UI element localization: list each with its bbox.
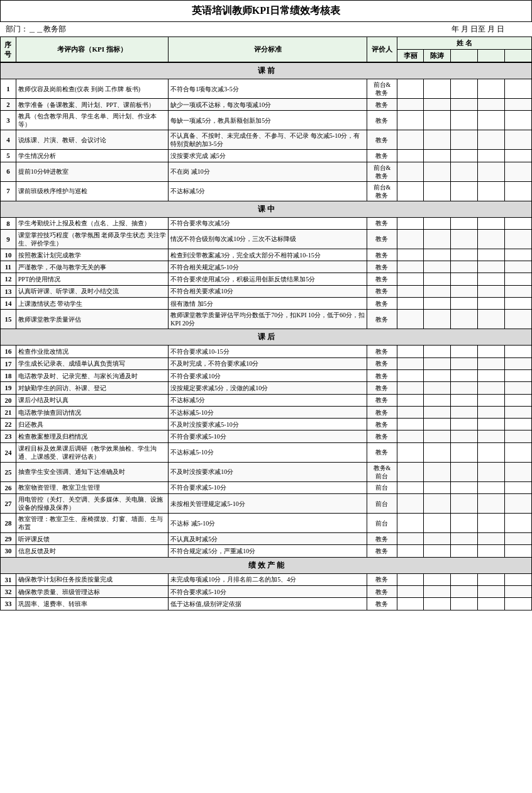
score-cell[interactable] bbox=[451, 249, 478, 261]
score-cell[interactable] bbox=[451, 285, 478, 297]
score-cell[interactable] bbox=[451, 273, 478, 285]
score-cell[interactable] bbox=[478, 181, 505, 201]
score-cell[interactable] bbox=[397, 514, 424, 533]
score-cell[interactable] bbox=[424, 369, 451, 381]
score-cell[interactable] bbox=[451, 494, 478, 514]
score-cell[interactable] bbox=[478, 514, 505, 533]
score-cell[interactable] bbox=[505, 298, 532, 310]
score-cell[interactable] bbox=[424, 494, 451, 514]
score-cell[interactable] bbox=[505, 79, 532, 99]
score-cell[interactable] bbox=[451, 298, 478, 310]
score-cell[interactable] bbox=[397, 310, 424, 329]
score-cell[interactable] bbox=[478, 585, 505, 597]
score-cell[interactable] bbox=[478, 369, 505, 381]
score-cell[interactable] bbox=[424, 298, 451, 310]
score-cell[interactable] bbox=[451, 481, 478, 493]
score-cell[interactable] bbox=[424, 111, 451, 130]
score-cell[interactable] bbox=[505, 285, 532, 297]
score-cell[interactable] bbox=[397, 346, 424, 357]
score-cell[interactable] bbox=[397, 598, 424, 610]
score-cell[interactable] bbox=[478, 357, 505, 369]
score-cell[interactable] bbox=[451, 150, 478, 162]
score-cell[interactable] bbox=[451, 533, 478, 545]
score-cell[interactable] bbox=[478, 406, 505, 418]
score-cell[interactable] bbox=[424, 285, 451, 297]
score-cell[interactable] bbox=[397, 481, 424, 493]
score-cell[interactable] bbox=[478, 419, 505, 430]
score-cell[interactable] bbox=[424, 419, 451, 430]
score-cell[interactable] bbox=[505, 261, 532, 273]
score-cell[interactable] bbox=[505, 442, 532, 462]
score-cell[interactable] bbox=[424, 273, 451, 285]
score-cell[interactable] bbox=[397, 99, 424, 111]
score-cell[interactable] bbox=[478, 130, 505, 150]
score-cell[interactable] bbox=[478, 79, 505, 99]
score-cell[interactable] bbox=[424, 545, 451, 557]
score-cell[interactable] bbox=[451, 430, 478, 442]
score-cell[interactable] bbox=[424, 229, 451, 249]
score-cell[interactable] bbox=[478, 394, 505, 406]
score-cell[interactable] bbox=[451, 111, 478, 130]
score-cell[interactable] bbox=[505, 462, 532, 481]
score-cell[interactable] bbox=[451, 394, 478, 406]
score-cell[interactable] bbox=[397, 162, 424, 181]
score-cell[interactable] bbox=[505, 585, 532, 597]
score-cell[interactable] bbox=[397, 130, 424, 150]
score-cell[interactable] bbox=[505, 545, 532, 557]
score-cell[interactable] bbox=[451, 261, 478, 273]
score-cell[interactable] bbox=[424, 162, 451, 181]
score-cell[interactable] bbox=[397, 357, 424, 369]
score-cell[interactable] bbox=[478, 261, 505, 273]
score-cell[interactable] bbox=[478, 249, 505, 261]
score-cell[interactable] bbox=[424, 346, 451, 357]
score-cell[interactable] bbox=[451, 229, 478, 249]
score-cell[interactable] bbox=[505, 130, 532, 150]
score-cell[interactable] bbox=[397, 111, 424, 130]
score-cell[interactable] bbox=[397, 150, 424, 162]
score-cell[interactable] bbox=[424, 150, 451, 162]
score-cell[interactable] bbox=[451, 310, 478, 329]
score-cell[interactable] bbox=[397, 249, 424, 261]
score-cell[interactable] bbox=[397, 229, 424, 249]
score-cell[interactable] bbox=[478, 150, 505, 162]
score-cell[interactable] bbox=[505, 430, 532, 442]
score-cell[interactable] bbox=[424, 249, 451, 261]
score-cell[interactable] bbox=[397, 79, 424, 99]
score-cell[interactable] bbox=[424, 598, 451, 610]
score-cell[interactable] bbox=[478, 573, 505, 585]
score-cell[interactable] bbox=[397, 585, 424, 597]
score-cell[interactable] bbox=[451, 545, 478, 557]
score-cell[interactable] bbox=[451, 357, 478, 369]
score-cell[interactable] bbox=[451, 217, 478, 229]
score-cell[interactable] bbox=[478, 99, 505, 111]
score-cell[interactable] bbox=[505, 406, 532, 418]
score-cell[interactable] bbox=[478, 598, 505, 610]
score-cell[interactable] bbox=[478, 481, 505, 493]
score-cell[interactable] bbox=[397, 217, 424, 229]
score-cell[interactable] bbox=[424, 217, 451, 229]
score-cell[interactable] bbox=[424, 357, 451, 369]
score-cell[interactable] bbox=[424, 79, 451, 99]
score-cell[interactable] bbox=[505, 573, 532, 585]
score-cell[interactable] bbox=[397, 285, 424, 297]
score-cell[interactable] bbox=[451, 514, 478, 533]
score-cell[interactable] bbox=[397, 419, 424, 430]
score-cell[interactable] bbox=[505, 111, 532, 130]
score-cell[interactable] bbox=[451, 79, 478, 99]
score-cell[interactable] bbox=[505, 494, 532, 514]
score-cell[interactable] bbox=[424, 406, 451, 418]
score-cell[interactable] bbox=[424, 442, 451, 462]
score-cell[interactable] bbox=[451, 462, 478, 481]
score-cell[interactable] bbox=[397, 394, 424, 406]
score-cell[interactable] bbox=[424, 130, 451, 150]
score-cell[interactable] bbox=[451, 598, 478, 610]
score-cell[interactable] bbox=[397, 298, 424, 310]
score-cell[interactable] bbox=[451, 419, 478, 430]
score-cell[interactable] bbox=[397, 462, 424, 481]
score-cell[interactable] bbox=[451, 406, 478, 418]
score-cell[interactable] bbox=[424, 533, 451, 545]
score-cell[interactable] bbox=[451, 585, 478, 597]
score-cell[interactable] bbox=[505, 273, 532, 285]
score-cell[interactable] bbox=[505, 394, 532, 406]
score-cell[interactable] bbox=[424, 462, 451, 481]
